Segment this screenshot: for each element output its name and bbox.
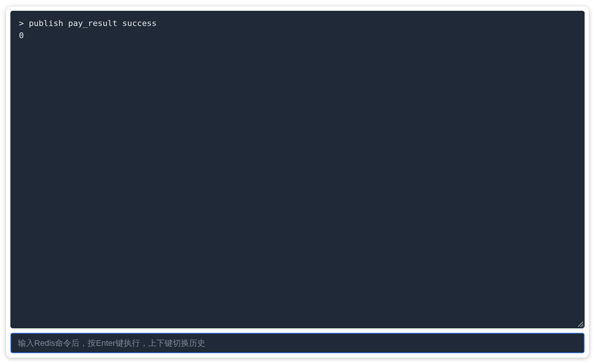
redis-cli-panel: > publish pay_result success 0 bbox=[6, 6, 589, 358]
terminal-output[interactable]: > publish pay_result success 0 bbox=[10, 11, 585, 328]
command-input[interactable] bbox=[18, 338, 577, 348]
command-input-container bbox=[10, 333, 585, 353]
